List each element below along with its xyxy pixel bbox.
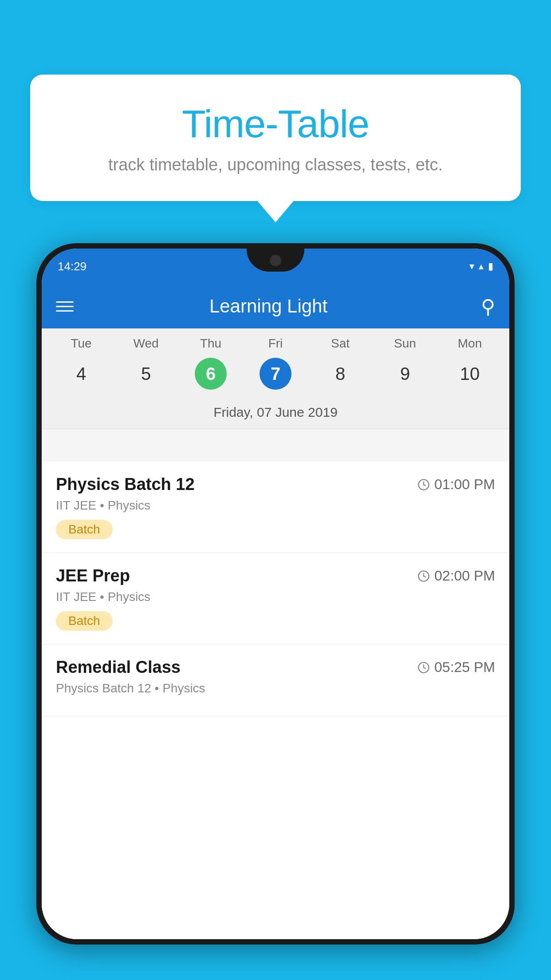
status-icons: ▾ ▴ ▮ xyxy=(469,261,493,272)
date-cell[interactable]: 9 xyxy=(373,358,437,390)
battery-icon: ▮ xyxy=(488,261,493,272)
schedule-item-header: Physics Batch 12 01:00 PM xyxy=(56,475,495,494)
schedule-item-subtitle: Physics Batch 12 • Physics xyxy=(56,681,495,695)
schedule-item-header: JEE Prep 02:00 PM xyxy=(56,566,495,585)
date-cell[interactable]: 10 xyxy=(437,358,502,390)
date-cell[interactable]: 4 xyxy=(49,358,114,390)
date-cell[interactable]: 7 xyxy=(243,358,308,390)
schedule-list: Physics Batch 12 01:00 PM IIT JEE • Phys… xyxy=(42,462,509,939)
batch-badge: Batch xyxy=(56,611,113,631)
weekday-cell: Sun xyxy=(373,336,437,351)
schedule-item[interactable]: Remedial Class 05:25 PM Physics Batch 12… xyxy=(42,644,509,716)
schedule-item-subtitle: IIT JEE • Physics xyxy=(56,590,495,604)
clock-icon xyxy=(417,478,430,491)
status-time: 14:29 xyxy=(58,260,87,273)
toolbar-title: Learning Light xyxy=(56,296,481,317)
schedule-item-subtitle: IIT JEE • Physics xyxy=(56,498,495,513)
dates-row: 45678910 xyxy=(42,354,509,398)
status-bar: 14:29 ▾ ▴ ▮ xyxy=(42,249,509,284)
wifi-icon: ▾ xyxy=(469,261,474,272)
schedule-item-time: 01:00 PM xyxy=(417,476,495,493)
date-cell[interactable]: 8 xyxy=(308,358,373,390)
weekdays-row: TueWedThuFriSatSunMon xyxy=(42,328,509,354)
speech-bubble-card: Time-Table track timetable, upcoming cla… xyxy=(30,75,521,201)
weekday-cell: Mon xyxy=(437,336,502,351)
weekday-cell: Fri xyxy=(243,336,308,351)
phone-frame: 14:29 ▾ ▴ ▮ Learning Light ⚲ xyxy=(36,243,515,944)
signal-icon: ▴ xyxy=(479,261,484,272)
notch xyxy=(247,249,304,272)
calendar-header: TueWedThuFriSatSunMon 45678910 Friday, 0… xyxy=(42,328,509,429)
app-toolbar: Learning Light ⚲ xyxy=(42,284,509,328)
phone-screen: 14:29 ▾ ▴ ▮ Learning Light ⚲ xyxy=(42,249,509,939)
batch-badge: Batch xyxy=(56,520,113,539)
schedule-item[interactable]: JEE Prep 02:00 PM IIT JEE • Physics Batc… xyxy=(42,553,509,644)
weekday-cell: Sat xyxy=(308,336,373,351)
camera xyxy=(270,255,281,266)
clock-icon xyxy=(417,570,430,582)
clock-icon xyxy=(417,661,430,674)
schedule-item-header: Remedial Class 05:25 PM xyxy=(56,658,495,677)
schedule-item-title: Physics Batch 12 xyxy=(56,475,195,494)
schedule-item[interactable]: Physics Batch 12 01:00 PM IIT JEE • Phys… xyxy=(42,462,509,553)
bubble-subtitle: track timetable, upcoming classes, tests… xyxy=(48,155,503,174)
schedule-item-time: 05:25 PM xyxy=(417,659,495,676)
bubble-title: Time-Table xyxy=(48,101,503,146)
search-icon[interactable]: ⚲ xyxy=(481,295,495,318)
weekday-cell: Wed xyxy=(114,336,178,351)
schedule-item-time: 02:00 PM xyxy=(417,568,495,584)
date-cell[interactable]: 6 xyxy=(178,358,243,390)
schedule-item-title: Remedial Class xyxy=(56,658,181,677)
weekday-cell: Thu xyxy=(178,336,243,351)
date-cell[interactable]: 5 xyxy=(114,358,178,390)
phone-mockup: 14:29 ▾ ▴ ▮ Learning Light ⚲ xyxy=(36,243,515,980)
schedule-item-title: JEE Prep xyxy=(56,566,130,585)
weekday-cell: Tue xyxy=(49,336,114,351)
selected-date-label: Friday, 07 June 2019 xyxy=(42,398,509,429)
